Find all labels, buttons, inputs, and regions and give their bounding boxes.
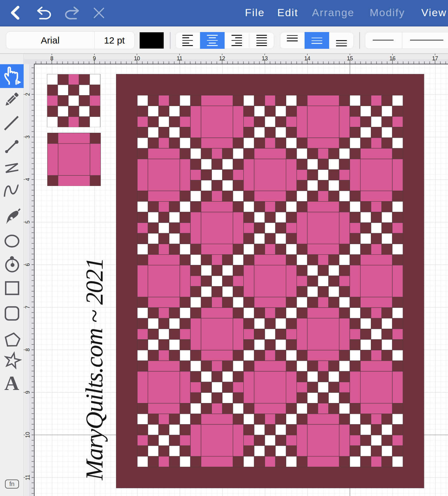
svg-text:11: 11: [177, 55, 182, 62]
svg-text:16: 16: [390, 55, 395, 62]
svg-text:15: 15: [347, 55, 353, 62]
svg-text:2: 2: [25, 93, 31, 96]
svg-text:9: 9: [25, 391, 31, 394]
svg-text:6: 6: [25, 263, 31, 266]
svg-text:17: 17: [432, 55, 438, 62]
svg-text:A: A: [4, 372, 19, 394]
svg-text:13: 13: [262, 55, 268, 62]
svg-text:9: 9: [93, 55, 96, 62]
svg-text:3: 3: [25, 135, 31, 138]
svg-text:11: 11: [25, 475, 31, 480]
svg-text:12: 12: [219, 55, 225, 62]
svg-text:5: 5: [25, 220, 31, 224]
svg-text:4: 4: [25, 178, 31, 181]
svg-text:8: 8: [25, 348, 31, 351]
svg-text:7: 7: [25, 306, 31, 309]
svg-text:14: 14: [304, 55, 310, 62]
svg-text:10: 10: [25, 432, 31, 438]
svg-text:8: 8: [50, 55, 54, 62]
svg-text:10: 10: [134, 55, 140, 62]
